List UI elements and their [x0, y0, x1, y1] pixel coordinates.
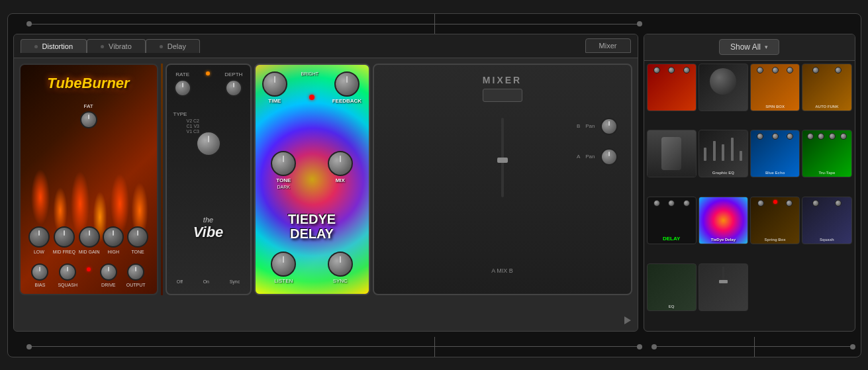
tiedye-title: TieDyeDelay [256, 212, 369, 241]
delay-feedback-col: FEEDBACK [332, 71, 362, 104]
mini-knob-be3 [787, 133, 793, 140]
eq-bar-2 [713, 141, 716, 161]
connector-vertical-top [434, 14, 435, 34]
connector-dot-right [637, 21, 642, 26]
mini-fader-container [699, 264, 747, 299]
knob-tone-delay[interactable] [271, 151, 296, 176]
knob-pan-a[interactable] [601, 148, 618, 165]
mini-label-spinbox: SPIN BOX [751, 105, 799, 109]
led-delay [309, 95, 314, 100]
mini-pedal-blueecho[interactable]: Blue Echo [750, 130, 800, 177]
mini-knobs-delay [648, 197, 696, 209]
knob-pan-b[interactable] [601, 118, 618, 135]
show-all-button[interactable]: Show All ▾ [719, 39, 779, 55]
knob-tone-tb[interactable] [127, 226, 148, 248]
mini-knob-d2 [668, 200, 675, 207]
eq-bar-3 [722, 144, 724, 161]
label-low: LOW [34, 250, 44, 254]
mini-label-graphiceq: Graphic EQ [699, 171, 747, 175]
tab-mixer[interactable]: Mixer [585, 38, 631, 53]
mini-pedal-springbox[interactable]: Spring Box [750, 197, 800, 244]
knob-feedback[interactable] [334, 71, 360, 97]
connector-vertical-bottom-left [434, 337, 435, 357]
connector-line-top [28, 24, 642, 24]
vibe-depth-col: DEPTH [224, 71, 242, 97]
mini-pedal-rotary[interactable] [699, 64, 748, 111]
mini-knob-tt3 [829, 133, 836, 140]
mini-knob-be2 [772, 133, 779, 140]
mixer-fader-track [501, 118, 504, 197]
delay-sync-col: SYNC [328, 252, 353, 284]
mini-label-springbox: Spring Box [751, 238, 799, 242]
knob-squash[interactable] [59, 263, 76, 281]
mini-pedal-eq2[interactable]: EQ [647, 263, 697, 311]
knob-midgain[interactable] [79, 226, 100, 248]
mini-label-squash: Squash [802, 238, 851, 242]
top-connector-bar [8, 14, 861, 34]
mini-pedal-autofunk[interactable]: AUTO FUNK [802, 64, 851, 111]
vibe-off-label: Off [177, 279, 183, 284]
mini-knob-be1 [757, 133, 763, 140]
label-tone-delay: TONE [276, 177, 291, 183]
tab-vibrato[interactable]: Vibrato [87, 39, 146, 53]
knob-sync[interactable] [328, 252, 353, 277]
fat-knob[interactable] [80, 111, 97, 131]
mini-knobs-autofunk [802, 64, 851, 76]
right-panel-header: Show All ▾ [644, 34, 855, 61]
mini-knob-d3 [683, 200, 690, 207]
knob-rate[interactable] [174, 79, 191, 97]
knob-drive[interactable] [100, 263, 117, 281]
vibe-controls: RATE DEPTH [167, 71, 250, 97]
play-button[interactable] [624, 316, 631, 324]
mini-pedal-tubeburner[interactable] [647, 64, 697, 111]
mini-knob-1 [653, 67, 660, 73]
mixer-fader-handle[interactable] [497, 158, 508, 163]
knob-mix[interactable] [328, 151, 353, 176]
mini-knob-spb2 [786, 200, 793, 207]
knob-time[interactable] [262, 71, 287, 97]
mini-knobs-spinbox [751, 64, 799, 76]
right-panel: Show All ▾ [644, 34, 855, 332]
dropdown-arrow-icon: ▾ [765, 44, 768, 50]
mini-knob-3 [683, 67, 690, 73]
mini-pedal-spinbox[interactable]: SPIN BOX [750, 64, 800, 111]
label-feedback: FEEDBACK [332, 98, 362, 104]
mini-pedal-delay[interactable]: DELAY [647, 197, 697, 244]
tab-delay[interactable]: Delay [146, 39, 200, 53]
flames-background [21, 65, 157, 294]
label-output: OUTPUT [126, 283, 146, 287]
mini-pedal-graphiceq[interactable]: Graphic EQ [699, 130, 748, 177]
type-v2c2: V2 C2 [187, 118, 244, 123]
tab-distortion[interactable]: Distortion [21, 39, 87, 53]
mini-pedal-squash[interactable]: Squash [802, 197, 851, 244]
the-text: the [167, 216, 250, 224]
knob-high[interactable] [103, 226, 124, 248]
label-pan-a: Pan [585, 154, 595, 160]
vibe-rate-col: RATE [174, 71, 191, 97]
mini-pedal-fader[interactable] [699, 263, 748, 311]
mini-led-springbox [773, 200, 777, 204]
knob-output[interactable] [127, 263, 144, 281]
label-midfreq: MID FREQ [53, 250, 75, 254]
knob-low[interactable] [28, 226, 50, 248]
mini-knobs-squash [802, 197, 851, 209]
mixer-icon [483, 89, 522, 102]
delay-mix-col: MIX [328, 151, 353, 189]
mini-pedal-tiedye[interactable]: TieDye Delay [699, 197, 748, 244]
fat-label: FAT [83, 103, 93, 109]
knob-depth[interactable] [225, 79, 242, 97]
label-pan-b: Pan [585, 123, 595, 129]
label-bias: BIAS [34, 283, 45, 287]
mini-knobs-blueecho [751, 130, 799, 142]
pedalboard: Distortion Vibrato Delay Mixer [13, 34, 638, 332]
knob-listen[interactable] [271, 252, 296, 277]
mini-label-trutape: Tru-Tape [802, 171, 851, 175]
knob-col-tone: TONE [127, 226, 148, 254]
knob-type[interactable] [196, 131, 221, 156]
label-listen: LISTEN [274, 278, 293, 284]
mini-pedal-trutape[interactable]: Tru-Tape [802, 130, 851, 177]
mini-pedal-wah[interactable] [647, 130, 697, 177]
knob-bias[interactable] [31, 263, 48, 281]
vibe-led-col [206, 71, 210, 75]
knob-midfreq[interactable] [54, 226, 75, 248]
